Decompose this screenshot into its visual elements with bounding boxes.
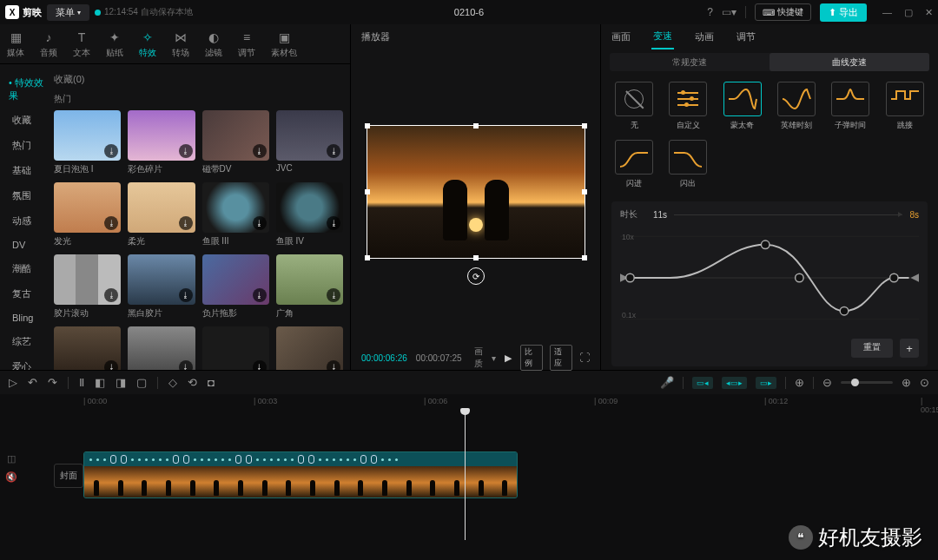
download-icon[interactable]: ⭳ [104,288,118,302]
curve-preset-4[interactable]: 子弹时间 [828,82,873,131]
curve-preset-3[interactable]: 英雄时刻 [774,82,819,131]
snap-auto-icon[interactable]: ◂▭▸ [722,377,747,389]
project-title[interactable]: 0210-6 [454,7,484,17]
effect-thumb[interactable]: ⭳磁带DV [202,110,269,175]
zoom-in-icon[interactable]: ⊕ [902,376,911,389]
asset-tab-0[interactable]: ▦媒体 [7,30,24,59]
download-icon[interactable]: ⭳ [327,216,340,230]
category-item[interactable]: 爱心 [0,354,54,370]
download-icon[interactable]: ⭳ [253,288,267,302]
category-item[interactable]: DV [0,234,54,256]
asset-tab-4[interactable]: ✧特效 [139,30,156,59]
download-icon[interactable]: ⭳ [253,144,267,158]
asset-tab-8[interactable]: ▣素材包 [271,30,297,59]
inspector-tab-3[interactable]: 调节 [735,25,757,49]
zoom-slider[interactable] [841,381,893,384]
category-item[interactable]: 基础 [0,158,54,183]
download-icon[interactable]: ⭳ [179,216,193,230]
category-item[interactable]: 氛围 [0,183,54,208]
delete-left-icon[interactable]: ◧ [95,376,105,389]
effect-thumb[interactable]: ⭳ [202,326,269,370]
asset-tab-2[interactable]: T文本 [73,30,90,59]
inspector-tab-2[interactable]: 动画 [693,25,716,49]
freeze-icon[interactable]: ◇ [168,376,177,389]
effect-thumb[interactable]: ⭳发光 [54,182,121,247]
split-icon[interactable]: Ⅱ [79,376,84,389]
layout-icon[interactable]: ▭▾ [722,6,737,18]
quality-select[interactable]: 画质 ▾ [474,346,497,370]
undo-icon[interactable]: ↶ [28,376,37,389]
download-icon[interactable]: ⭳ [104,360,118,370]
curve-preset-2[interactable]: 蒙太奇 [720,82,765,131]
mirror-icon[interactable]: ⟲ [188,376,197,389]
effect-thumb[interactable]: ⭳黑白胶片 [128,254,195,320]
maximize-icon[interactable]: ▢ [904,7,913,18]
play-button-icon[interactable]: ▶ [505,352,512,364]
toggle-track-icon[interactable]: ◫ [7,453,16,464]
category-item[interactable]: 收藏 [0,108,54,133]
reset-button[interactable]: 重置 [851,339,893,358]
effect-thumb[interactable]: ⭳负片拖影 [202,254,269,320]
curve-preset-1[interactable]: 自定义 [665,82,710,131]
effect-thumb[interactable]: ⭳JVC [276,110,343,175]
add-point-button[interactable]: + [900,339,919,358]
mute-track-icon[interactable]: 🔇 [5,471,17,483]
download-icon[interactable]: ⭳ [327,288,340,302]
category-item[interactable]: Bling [0,306,54,329]
category-item[interactable]: 综艺 [0,329,54,354]
effect-thumb[interactable]: ⭳夏日泡泡 I [54,110,121,175]
snap-link-icon[interactable]: ▭▸ [756,377,776,389]
fit-badge[interactable]: 适应 [550,345,572,371]
close-icon[interactable]: ✕ [925,7,933,18]
speed-graph[interactable]: 10x 0.1x [620,226,919,330]
curve-preset-5[interactable]: 跳接 [882,82,928,131]
preview-axis-icon[interactable]: ⊕ [795,376,804,389]
snap-main-icon[interactable]: ▭◂ [692,377,713,389]
pointer-tool-icon[interactable]: ▷ [9,376,17,389]
download-icon[interactable]: ⭳ [327,144,340,158]
curve-preset-0[interactable]: 无 [611,82,657,131]
speed-seg-1[interactable]: 曲线变速 [770,53,929,71]
download-icon[interactable]: ⭳ [253,216,267,230]
crop-icon[interactable]: ◘ [208,376,215,389]
download-icon[interactable]: ⭳ [104,144,118,158]
ratio-badge[interactable]: 比例 [520,345,543,371]
video-clip[interactable] [83,451,518,498]
effect-thumb[interactable]: ⭳鱼眼 III [202,182,269,247]
effect-thumb[interactable]: ⭳鱼眼 IV [276,182,343,247]
redo-icon[interactable]: ↷ [48,376,57,389]
asset-tab-1[interactable]: ♪音频 [40,30,57,59]
category-item[interactable]: 动感 [0,208,54,234]
shortcut-button[interactable]: ⌨ 快捷键 [755,3,811,21]
curve-preset-7[interactable]: 闪出 [665,140,710,189]
inspector-tab-0[interactable]: 画面 [610,25,632,49]
category-item[interactable]: 复古 [0,281,54,306]
help-icon[interactable]: ? [707,6,713,18]
delete-icon[interactable]: ▢ [136,376,147,389]
effect-thumb[interactable]: ⭳ [128,326,195,370]
zoom-fit-icon[interactable]: ⊙ [920,376,929,389]
category-item[interactable]: 潮酷 [0,256,54,281]
effect-thumb[interactable]: ⭳彩色碎片 [128,110,195,175]
speed-seg-0[interactable]: 常规变速 [610,53,770,71]
curve-preset-6[interactable]: 闪进 [611,140,657,189]
download-icon[interactable]: ⭳ [179,288,193,302]
asset-tab-5[interactable]: ⋈转场 [172,30,189,59]
effect-thumb[interactable]: ⭳ [276,326,343,370]
zoom-out-icon[interactable]: ⊖ [822,376,832,389]
download-icon[interactable]: ⭳ [327,360,340,370]
download-icon[interactable]: ⭳ [179,144,193,158]
export-button[interactable]: ⬆ 导出 [820,3,867,22]
download-icon[interactable]: ⭳ [104,216,118,230]
minimize-icon[interactable]: — [882,7,892,18]
record-icon[interactable]: 🎤 [660,376,674,389]
effect-thumb[interactable]: ⭳广角 [276,254,343,320]
effect-thumb[interactable]: ⭳ [54,326,121,370]
playhead[interactable] [465,410,466,540]
rotate-handle-icon[interactable]: ⟳ [467,267,485,285]
inspector-tab-1[interactable]: 变速 [651,24,674,49]
effect-thumb[interactable]: ⭳柔光 [128,182,195,247]
asset-tab-6[interactable]: ◐滤镜 [205,30,222,59]
category-item[interactable]: 热门 [0,133,54,158]
asset-tab-7[interactable]: ≡调节 [238,30,255,59]
